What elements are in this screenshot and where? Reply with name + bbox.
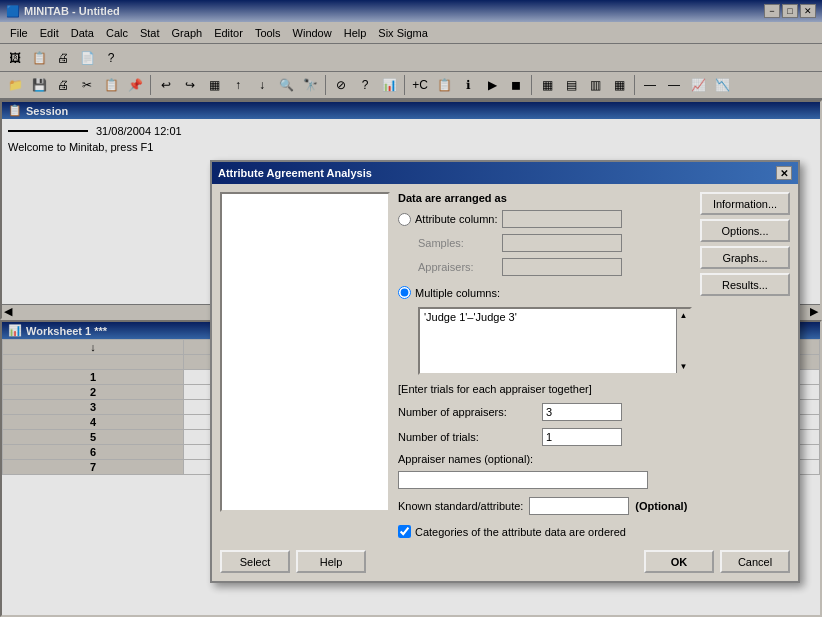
samples-row: Samples:	[418, 234, 692, 252]
known-std-input[interactable]	[529, 497, 629, 515]
num-trials-input[interactable]	[542, 428, 622, 446]
dialog-bottom: Select Help OK Cancel	[212, 546, 798, 581]
appraiser-names-label: Appraiser names (optional):	[398, 453, 692, 465]
appraisers-row: Appraisers:	[418, 258, 692, 276]
dialog-side-buttons: Information... Options... Graphs... Resu…	[700, 192, 790, 538]
data-arranged-label: Data are arranged as	[398, 192, 692, 204]
textbox-content: 'Judge 1'–'Judge 3'	[420, 309, 690, 325]
scroll-down-arrow[interactable]: ▼	[678, 360, 690, 373]
dialog-bottom-left: Select Help	[220, 550, 366, 573]
ok-button[interactable]: OK	[644, 550, 714, 573]
num-appraisers-row: Number of appraisers:	[398, 403, 692, 421]
dialog-listbox[interactable]	[220, 192, 390, 512]
samples-label: Samples:	[418, 237, 498, 249]
optional-label: (Optional)	[635, 500, 687, 512]
appraisers-input[interactable]	[502, 258, 622, 276]
categories-ordered-label[interactable]: Categories of the attribute data are ord…	[415, 526, 626, 538]
dialog-bottom-right: OK Cancel	[644, 550, 790, 573]
num-appraisers-input[interactable]	[542, 403, 622, 421]
scroll-up-arrow[interactable]: ▲	[678, 309, 690, 322]
appraiser-names-input[interactable]	[398, 471, 648, 489]
appraisers-label: Appraisers:	[418, 261, 498, 273]
radio-attribute-column[interactable]	[398, 213, 411, 226]
results-button[interactable]: Results...	[700, 273, 790, 296]
attribute-agreement-dialog: Attribute Agreement Analysis ✕ Data are …	[210, 160, 800, 583]
dialog-title-bar: Attribute Agreement Analysis ✕	[212, 162, 798, 184]
dialog-title-label: Attribute Agreement Analysis	[218, 167, 372, 179]
textbox-scrollbar[interactable]: ▲ ▼	[676, 309, 690, 373]
radio-multiple-columns[interactable]	[398, 286, 411, 299]
enter-trials-label: [Enter trials for each appraiser togethe…	[398, 383, 692, 395]
multiple-columns-textbox[interactable]: 'Judge 1'–'Judge 3' ▲ ▼	[418, 307, 692, 375]
num-trials-row: Number of trials:	[398, 428, 692, 446]
radio-attribute-row: Attribute column:	[398, 210, 692, 228]
known-std-label: Known standard/attribute:	[398, 500, 523, 512]
num-trials-label: Number of trials:	[398, 431, 538, 443]
information-button[interactable]: Information...	[700, 192, 790, 215]
radio-multiple-row: Multiple columns:	[398, 286, 692, 299]
select-button[interactable]: Select	[220, 550, 290, 573]
categories-ordered-checkbox[interactable]	[398, 525, 411, 538]
checkbox-row: Categories of the attribute data are ord…	[398, 525, 692, 538]
radio-multiple-label[interactable]: Multiple columns:	[415, 287, 500, 299]
options-button[interactable]: Options...	[700, 219, 790, 242]
dialog-body: Data are arranged as Attribute column: S…	[212, 184, 798, 546]
dialog-close-button[interactable]: ✕	[776, 166, 792, 180]
attribute-column-input[interactable]	[502, 210, 622, 228]
radio-attribute-label[interactable]: Attribute column:	[415, 213, 498, 225]
samples-input[interactable]	[502, 234, 622, 252]
graphs-button[interactable]: Graphs...	[700, 246, 790, 269]
num-appraisers-label: Number of appraisers:	[398, 406, 538, 418]
known-std-row: Known standard/attribute: (Optional)	[398, 497, 692, 515]
dialog-center: Data are arranged as Attribute column: S…	[398, 192, 692, 538]
help-button[interactable]: Help	[296, 550, 366, 573]
cancel-button[interactable]: Cancel	[720, 550, 790, 573]
